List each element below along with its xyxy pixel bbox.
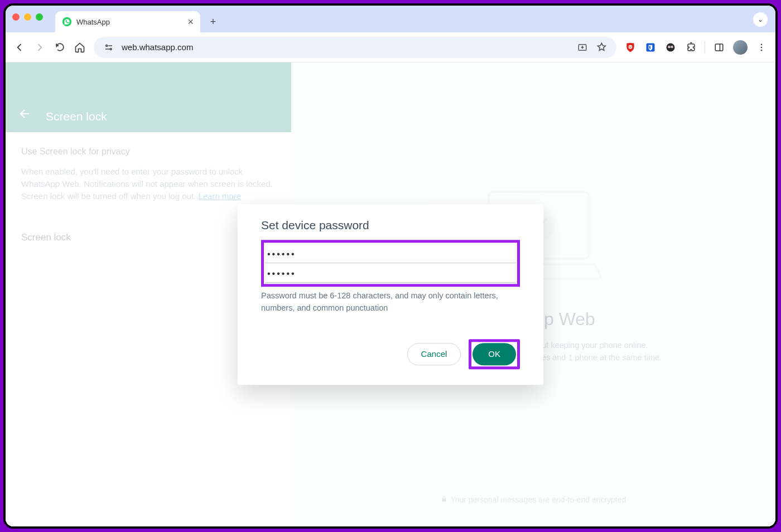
svg-point-1 bbox=[106, 45, 108, 46]
profile-avatar[interactable] bbox=[733, 40, 748, 55]
svg-point-2 bbox=[110, 48, 112, 50]
window-controls bbox=[12, 13, 43, 21]
tab-close-button[interactable]: × bbox=[187, 16, 194, 28]
url-text: web.whatsapp.com bbox=[122, 42, 570, 52]
extension-icons bbox=[624, 40, 768, 55]
home-button[interactable] bbox=[74, 41, 86, 54]
extensions-puzzle-icon[interactable] bbox=[684, 41, 697, 54]
window-maximize-button[interactable] bbox=[36, 13, 43, 21]
cancel-button[interactable]: Cancel bbox=[407, 343, 461, 365]
back-button[interactable] bbox=[13, 41, 26, 54]
back-arrow-icon[interactable] bbox=[18, 107, 32, 121]
content-area: Screen lock Use Screen lock for privacy … bbox=[6, 62, 775, 526]
bitwarden-icon[interactable] bbox=[644, 41, 657, 54]
install-app-icon[interactable] bbox=[576, 41, 589, 54]
svg-point-12 bbox=[761, 43, 763, 45]
privacy-description: When enabled, you'll need to enter your … bbox=[21, 166, 276, 202]
browser-menu-icon[interactable] bbox=[755, 41, 768, 54]
tab-title: WhatsApp bbox=[76, 18, 183, 26]
password-input[interactable] bbox=[265, 244, 516, 263]
ok-button[interactable]: OK bbox=[473, 343, 516, 365]
modal-title: Set device password bbox=[261, 219, 520, 232]
svg-point-9 bbox=[669, 46, 670, 47]
bookmark-star-icon[interactable] bbox=[595, 41, 608, 54]
svg-point-6 bbox=[667, 43, 675, 51]
svg-point-10 bbox=[672, 46, 673, 47]
password-help-text: Password must be 6-128 characters, and m… bbox=[261, 290, 520, 315]
sidebar-header: Screen lock bbox=[6, 62, 291, 132]
ublock-icon[interactable] bbox=[624, 41, 637, 54]
set-password-modal: Set device password Password must be 6-1… bbox=[238, 204, 543, 385]
address-bar[interactable]: web.whatsapp.com bbox=[94, 37, 616, 58]
window-close-button[interactable] bbox=[12, 13, 20, 21]
tab-strip: WhatsApp × + ⌄ bbox=[6, 6, 775, 32]
highlight-password-inputs bbox=[261, 240, 520, 287]
svg-rect-11 bbox=[715, 44, 723, 51]
whatsapp-favicon-icon bbox=[62, 17, 72, 27]
side-panel-icon[interactable] bbox=[713, 41, 725, 54]
browser-toolbar: web.whatsapp.com bbox=[6, 32, 775, 62]
toolbar-divider bbox=[705, 41, 705, 54]
browser-tab[interactable]: WhatsApp × bbox=[55, 11, 200, 32]
forward-button[interactable] bbox=[33, 41, 46, 54]
sidebar-title: Screen lock bbox=[46, 110, 107, 123]
tabs-dropdown-button[interactable]: ⌄ bbox=[753, 12, 768, 27]
encryption-note: Your personal messages are end-to-end en… bbox=[441, 495, 626, 504]
lock-icon bbox=[441, 495, 447, 504]
site-settings-icon[interactable] bbox=[103, 41, 115, 54]
svg-point-13 bbox=[761, 46, 763, 48]
reload-button[interactable] bbox=[54, 41, 66, 54]
browser-window: WhatsApp × + ⌄ web.whatsapp.com bbox=[6, 6, 775, 526]
highlight-ok-button: OK bbox=[469, 339, 520, 369]
confirm-password-input[interactable] bbox=[265, 263, 516, 283]
window-minimize-button[interactable] bbox=[24, 13, 31, 21]
learn-more-link[interactable]: Learn more bbox=[198, 191, 241, 201]
svg-point-4 bbox=[629, 45, 633, 49]
extension-icon-3[interactable] bbox=[664, 41, 677, 54]
modal-actions: Cancel OK bbox=[261, 339, 520, 369]
svg-point-14 bbox=[761, 49, 763, 51]
new-tab-button[interactable]: + bbox=[204, 12, 223, 31]
privacy-heading: Use Screen lock for privacy bbox=[21, 147, 276, 157]
